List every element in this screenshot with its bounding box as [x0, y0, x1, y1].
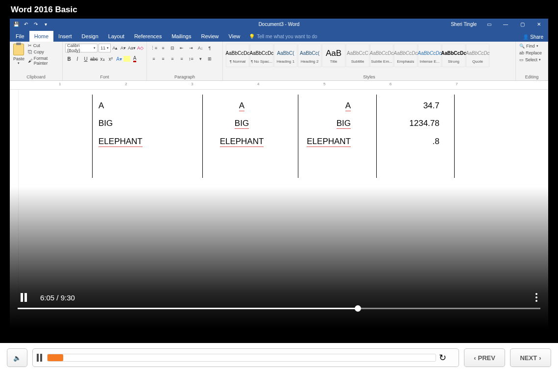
subscript-button[interactable]: x₂	[98, 54, 106, 63]
chevron-down-icon: ▾	[107, 46, 109, 50]
prev-button[interactable]: ‹PREV	[464, 348, 505, 367]
left-tab-column: A BIG ELEPHANT	[92, 95, 148, 178]
style-item[interactable]: AaBbCcDc¶ No Spac...	[250, 44, 273, 67]
find-button[interactable]: 🔍Find▾	[518, 43, 546, 49]
tab-mailings[interactable]: Mailings	[167, 31, 196, 42]
style-item[interactable]: AaBTitle	[322, 44, 345, 67]
cell: .8	[377, 133, 454, 150]
course-seek-bar[interactable]	[47, 354, 436, 362]
close-icon[interactable]: ✕	[532, 20, 546, 29]
bold-button[interactable]: B	[65, 54, 73, 63]
style-item[interactable]: AaBbCc(Heading 2	[298, 44, 321, 67]
superscript-button[interactable]: x²	[107, 54, 115, 63]
ribbon-body: Paste ▾ ✂Cut ⿻Copy 🖌Format Painter Clipb…	[10, 42, 548, 81]
multilevel-button[interactable]: ⊟	[168, 44, 177, 52]
grow-font-button[interactable]: A▴	[112, 44, 119, 52]
font-name-selector[interactable]: Calibri (Body)▾	[65, 44, 97, 52]
styles-gallery[interactable]: AaBbCcDc¶ NormalAaBbCcDc¶ No Spac...AaBb…	[225, 43, 513, 68]
style-item[interactable]: AaBbCcCSubtitle	[346, 44, 369, 67]
style-item[interactable]: AaBbCcDcIntense E...	[418, 44, 441, 67]
borders-button[interactable]: ⊞	[205, 54, 214, 63]
line-spacing-button[interactable]: ↕≡	[187, 54, 195, 63]
save-icon[interactable]: 💾	[13, 21, 20, 28]
tab-insert[interactable]: Insert	[53, 31, 77, 42]
cell: BIG	[203, 115, 281, 132]
total-time: 9:30	[61, 294, 75, 302]
change-case-button[interactable]: Aa▾	[128, 44, 136, 52]
share-button[interactable]: 👤Share	[518, 32, 548, 42]
bulb-icon: 💡	[249, 34, 255, 39]
replace-icon: ab	[519, 50, 524, 55]
undo-icon[interactable]: ↶	[23, 21, 29, 28]
style-item[interactable]: AaBbCcDcQuote	[466, 44, 489, 67]
course-pause-button[interactable]	[35, 354, 44, 362]
font-group: Calibri (Body)▾ 11▾ A▴ A▾ Aa▾ A◇ B I U a…	[63, 42, 147, 80]
clipboard-label: Clipboard	[12, 74, 60, 80]
paste-button[interactable]: Paste ▾	[12, 43, 26, 66]
more-options-button[interactable]	[535, 293, 537, 302]
cursor-icon: ▭	[519, 57, 524, 62]
course-control-bar: 🔈 ↻ ‹PREV NEXT›	[0, 343, 558, 372]
shading-button[interactable]: ▾	[196, 54, 205, 63]
clear-formatting-button[interactable]: A◇	[137, 44, 144, 52]
horizontal-ruler[interactable]: 1234567	[10, 81, 548, 90]
tab-review[interactable]: Review	[196, 31, 224, 42]
document-title: Document3 - Word	[259, 22, 300, 27]
text-effects-button[interactable]: A▾	[115, 54, 123, 63]
replay-button[interactable]: ↻	[439, 352, 457, 363]
tab-view[interactable]: View	[224, 31, 245, 42]
style-item[interactable]: AaBbC(Heading 1	[274, 44, 297, 67]
cell: ELEPHANT	[298, 133, 357, 150]
font-size-selector[interactable]: 11▾	[98, 44, 110, 52]
tab-file[interactable]: File	[11, 31, 29, 42]
maximize-icon[interactable]: ▢	[515, 20, 530, 29]
tab-references[interactable]: References	[129, 31, 167, 42]
highlight-button[interactable]	[123, 56, 130, 62]
volume-button[interactable]: 🔈	[7, 348, 27, 367]
inner-pause-button[interactable]	[21, 293, 30, 302]
tab-home[interactable]: Home	[29, 31, 53, 42]
user-name: Sheri Tingle	[451, 22, 477, 27]
chevron-right-icon: ›	[539, 354, 541, 362]
tab-layout[interactable]: Layout	[103, 31, 129, 42]
cut-button[interactable]: ✂Cut	[27, 43, 60, 49]
paragraph-group: ⋮≡ ≡ ⊟ ⇤ ⇥ A↓ ¶ ≡ ≡ ≡ ≡ ↕≡ ▾ ⊞ Para	[147, 42, 223, 80]
bullets-button[interactable]: ⋮≡	[149, 44, 158, 52]
style-item[interactable]: AaBbCcDcSubtle Em...	[370, 44, 393, 67]
qat-dropdown-icon[interactable]: ▾	[42, 21, 49, 28]
next-button[interactable]: NEXT›	[510, 348, 551, 367]
seek-fill	[18, 308, 358, 309]
sort-button[interactable]: A↓	[196, 44, 205, 52]
redo-icon[interactable]: ↷	[32, 21, 39, 28]
font-color-button[interactable]: A	[131, 54, 139, 63]
minimize-icon[interactable]: —	[498, 20, 513, 29]
ribbon-options-icon[interactable]: ▭	[482, 20, 496, 29]
align-right-button[interactable]: ≡	[168, 54, 177, 63]
style-item[interactable]: AaBbCcDcEmphasis	[394, 44, 417, 67]
strikethrough-button[interactable]: abc	[90, 54, 98, 63]
underline-button[interactable]: U	[82, 54, 90, 63]
inner-seek-bar[interactable]	[18, 308, 540, 309]
style-item[interactable]: AaBbCcDc¶ Normal	[226, 44, 249, 67]
course-seek-fill	[48, 354, 63, 361]
style-item[interactable]: AaBbCcDcStrong	[442, 44, 465, 67]
seek-thumb[interactable]	[355, 305, 361, 312]
brush-icon: 🖌	[28, 58, 32, 63]
italic-button[interactable]: I	[73, 54, 81, 63]
format-painter-button[interactable]: 🖌Format Painter	[27, 55, 60, 66]
increase-indent-button[interactable]: ⇥	[187, 44, 195, 52]
select-button[interactable]: ▭Select▾	[518, 56, 546, 63]
copy-button[interactable]: ⿻Copy	[27, 49, 60, 55]
tab-design[interactable]: Design	[77, 31, 103, 42]
justify-button[interactable]: ≡	[177, 54, 186, 63]
share-icon: 👤	[523, 34, 529, 40]
tell-me-search[interactable]: 💡Tell me what you want to do	[245, 31, 321, 42]
align-center-button[interactable]: ≡	[159, 54, 168, 63]
align-left-button[interactable]: ≡	[149, 54, 158, 63]
shrink-font-button[interactable]: A▾	[120, 44, 127, 52]
cell: ELEPHANT	[93, 133, 148, 150]
numbering-button[interactable]: ≡	[159, 44, 168, 52]
replace-button[interactable]: abReplace	[518, 49, 546, 56]
decrease-indent-button[interactable]: ⇤	[177, 44, 186, 52]
show-marks-button[interactable]: ¶	[205, 44, 214, 52]
